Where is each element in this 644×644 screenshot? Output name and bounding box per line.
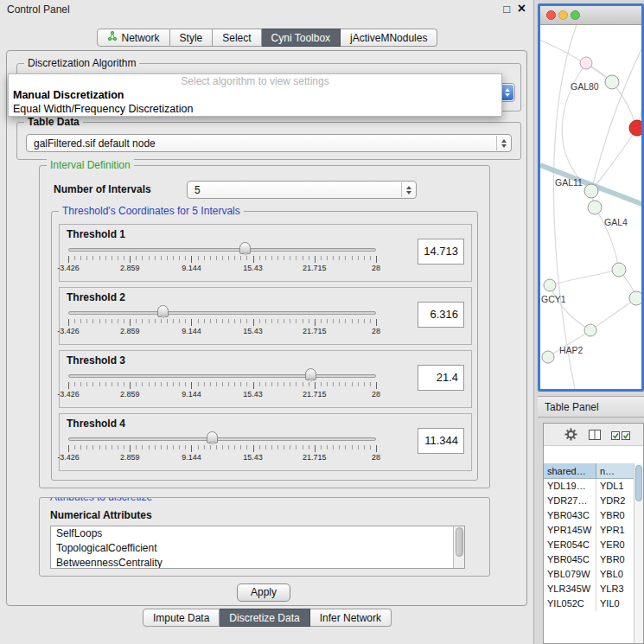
network-node-gcy1[interactable] [544, 279, 556, 291]
threshold-2-label: Threshold 2 [67, 291, 125, 303]
table-row[interactable]: YDL19…YDL1 [544, 479, 643, 494]
tab-style[interactable]: Style [170, 29, 214, 47]
columns-icon[interactable] [589, 430, 601, 443]
table-row[interactable]: YBR043CYBR0 [544, 508, 643, 523]
tab-select[interactable]: Select [213, 29, 261, 47]
slider-thumb[interactable] [207, 431, 218, 443]
node-label-gal80[interactable]: GAL80 [571, 81, 599, 92]
control-panel-tabs: Network Style Select Cyni Toolbox jActiv… [0, 29, 534, 47]
node-label-gal11[interactable]: GAL11 [555, 177, 583, 188]
network-canvas[interactable]: GAL80 GAL11 GAL4 GCY1 HAP2 [540, 25, 641, 389]
tab-cyni-toolbox[interactable]: Cyni Toolbox [262, 29, 341, 47]
tab-impute-data[interactable]: Impute Data [143, 609, 220, 627]
list-item-topologicalcoefficient[interactable]: TopologicalCoefficient [51, 541, 464, 556]
table-data-value: galFiltered.sif default node [34, 135, 156, 151]
apply-button[interactable]: Apply [237, 583, 290, 602]
table-row[interactable]: YBR045CYBR0 [544, 552, 643, 567]
slider-thumb[interactable] [157, 305, 169, 317]
table-data-group: Table Data galFiltered.sif default node [16, 122, 521, 160]
slider-track[interactable] [68, 374, 376, 378]
tab-infer-network[interactable]: Infer Network [310, 609, 392, 627]
threshold-4-value-field[interactable]: 11.344 [418, 428, 464, 454]
network-view-window[interactable]: GAL80 GAL11 GAL4 GCY1 HAP2 [538, 3, 644, 392]
threshold-3-panel: Threshold 3 -3.426 2.859 9.144 15.43 21.… [59, 350, 472, 408]
network-graph: GAL80 GAL11 GAL4 GCY1 HAP2 [540, 25, 641, 389]
node-label-gcy1[interactable]: GCY1 [541, 294, 566, 304]
threshold-4-label: Threshold 4 [67, 418, 125, 430]
popup-item-equal-width-frequency[interactable]: Equal Width/Frequency Discretization [9, 102, 501, 116]
node-label-hap2[interactable]: HAP2 [559, 345, 583, 355]
close-button[interactable] [546, 10, 556, 20]
network-node[interactable] [580, 57, 592, 69]
table-scrollbar[interactable] [634, 463, 643, 643]
slider-scale-labels: -3.426 2.859 9.144 15.43 21.715 28 [68, 453, 376, 463]
threshold-1-slider[interactable]: -3.426 2.859 9.144 15.43 21.715 28 [68, 240, 376, 278]
threshold-4-panel: Threshold 4 -3.426 2.859 9.144 15.43 21.… [59, 413, 472, 471]
network-window-titlebar[interactable] [540, 6, 641, 25]
popup-prompt: Select algorithm to view settings [9, 74, 501, 88]
attributes-group: Attributes to discretize Numerical Attri… [39, 497, 490, 577]
slider-major-ticks [68, 256, 377, 263]
network-node[interactable] [612, 263, 626, 277]
table-row[interactable]: YPR145WYPR1 [544, 523, 643, 538]
node-label-gal4[interactable]: GAL4 [604, 217, 628, 227]
scrollbar-thumb[interactable] [456, 527, 463, 557]
threshold-1-panel: Threshold 1 -3.426 2.859 9.144 15.43 21.… [59, 224, 472, 282]
network-node-selected-red[interactable] [629, 120, 641, 136]
slider-track[interactable] [68, 248, 376, 252]
list-scrollbar[interactable] [453, 526, 464, 568]
popup-item-manual-discretization[interactable]: Manual Discretization [9, 88, 501, 102]
gear-icon[interactable] [564, 428, 577, 443]
tab-discretize-data[interactable]: Discretize Data [220, 609, 309, 627]
network-node-gal11[interactable] [584, 184, 598, 198]
attributes-group-label: Attributes to discretize [47, 497, 156, 503]
number-of-intervals-combo[interactable]: 5 [187, 181, 417, 199]
close-window-icon[interactable]: × [518, 1, 526, 16]
numerical-attributes-list[interactable]: SelfLoops TopologicalCoefficient Between… [50, 526, 465, 569]
slider-thumb[interactable] [239, 242, 251, 254]
table-row[interactable]: YLR345WYLR3 [544, 582, 643, 596]
minimize-button[interactable] [558, 10, 568, 20]
table-filter-gap [544, 446, 643, 463]
table-row[interactable]: YDR27…YDR2 [544, 494, 643, 508]
threshold-2-slider[interactable]: -3.426 2.859 9.144 15.43 21.715 28 [68, 303, 376, 341]
table-row[interactable]: YER054CYER0 [544, 538, 643, 552]
network-node-hap2[interactable] [542, 351, 554, 363]
threshold-1-value-field[interactable]: 14.713 [418, 239, 464, 265]
table-header-row: shared… n… [544, 463, 643, 479]
zoom-button[interactable] [571, 10, 580, 20]
threshold-3-value-field[interactable]: 21.4 [418, 365, 464, 391]
discretization-algorithm-label: Discretization Algorithm [24, 57, 139, 69]
list-item-betweennesscentrality[interactable]: BetweennessCentrality [51, 556, 464, 569]
network-node[interactable] [629, 291, 641, 305]
threshold-3-slider[interactable]: -3.426 2.859 9.144 15.43 21.715 28 [68, 367, 376, 405]
select-all-checkbox-icon[interactable] [611, 430, 630, 443]
column-header-shared-name[interactable]: shared… [544, 463, 596, 478]
table-row[interactable]: YBL079WYBL0 [544, 567, 643, 582]
tab-jactivemnodules[interactable]: jActiveMNodules [341, 29, 437, 47]
network-node[interactable] [584, 324, 596, 336]
scrollbar-thumb[interactable] [635, 465, 642, 501]
combo-stepper-icon[interactable] [401, 182, 415, 197]
threshold-1-label: Threshold 1 [67, 228, 125, 240]
slider-thumb[interactable] [305, 368, 316, 380]
threshold-4-slider[interactable]: -3.426 2.859 9.144 15.43 21.715 28 [68, 430, 376, 468]
network-node-gal4[interactable] [588, 201, 602, 214]
slider-track[interactable] [68, 311, 376, 315]
tab-network[interactable]: Network [97, 29, 170, 47]
slider-track[interactable] [68, 437, 376, 441]
table-toolbar [544, 424, 643, 446]
slider-scale-labels: -3.426 2.859 9.144 15.43 21.715 28 [68, 264, 376, 274]
threshold-2-value-field[interactable]: 6.316 [418, 302, 464, 328]
network-icon [107, 31, 118, 44]
network-node-gal80[interactable] [605, 75, 619, 89]
list-item-selfloops[interactable]: SelfLoops [51, 526, 464, 541]
table-row[interactable]: YIL052CYIL0 [544, 596, 643, 611]
table-data-combo[interactable]: galFiltered.sif default node [26, 134, 512, 152]
float-window-icon[interactable]: □ [503, 3, 510, 16]
table-panel-titlebar[interactable]: Table Panel [538, 396, 644, 418]
combo-stepper-icon[interactable] [496, 136, 510, 150]
numerical-attributes-label: Numerical Attributes [50, 509, 152, 521]
control-panel-titlebar[interactable]: Control Panel □ × [0, 0, 533, 19]
window-title: Control Panel [7, 3, 70, 16]
